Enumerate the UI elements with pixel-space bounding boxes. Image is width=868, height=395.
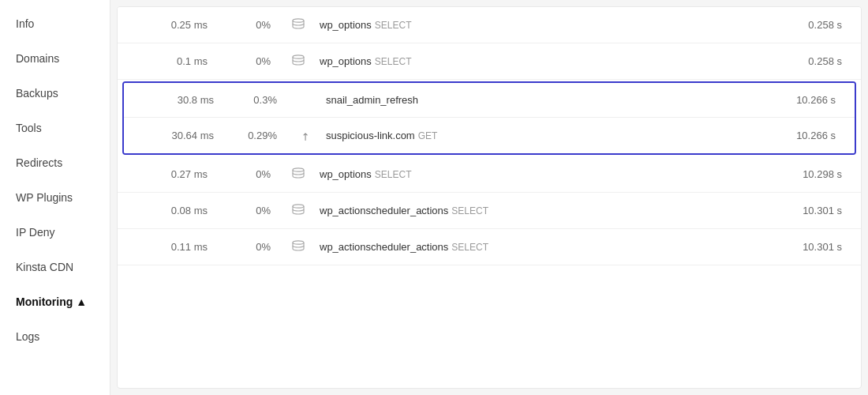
db-icon bbox=[286, 18, 310, 32]
db-icon bbox=[286, 240, 310, 254]
main-content: 0.25 ms0%wp_optionsSELECT0.258 s0.1 ms0%… bbox=[117, 6, 862, 389]
col-duration: 10.266 s bbox=[765, 94, 836, 106]
keyword-label: SELECT bbox=[451, 205, 488, 216]
col-time: 0.25 ms bbox=[137, 19, 208, 31]
keyword-label: SELECT bbox=[375, 56, 412, 67]
svg-point-3 bbox=[293, 205, 304, 208]
col-time: 0.1 ms bbox=[137, 55, 208, 67]
col-duration: 10.301 s bbox=[771, 205, 842, 216]
sidebar-item-kinsta-cdn[interactable]: Kinsta CDN bbox=[0, 250, 110, 284]
col-duration: 10.298 s bbox=[771, 168, 842, 180]
highlighted-group: 30.8 ms0.3%snail_admin_refresh10.266 s30… bbox=[122, 81, 856, 155]
col-name: wp_actionscheduler_actionsSELECT bbox=[320, 241, 771, 253]
sidebar-item-domains[interactable]: Domains bbox=[0, 41, 110, 76]
col-name: snail_admin_refresh bbox=[326, 94, 765, 106]
db-icon bbox=[286, 204, 310, 217]
keyword-label: SELECT bbox=[375, 169, 412, 180]
col-time: 30.64 ms bbox=[143, 130, 214, 141]
col-name: wp_optionsSELECT bbox=[320, 55, 771, 67]
table-row: 0.08 ms0%wp_actionscheduler_actionsSELEC… bbox=[118, 193, 861, 229]
keyword-label: SELECT bbox=[451, 242, 488, 253]
col-time: 0.27 ms bbox=[137, 168, 208, 180]
table-row: 0.25 ms0%wp_optionsSELECT0.258 s bbox=[118, 7, 861, 43]
col-percent: 0% bbox=[223, 241, 271, 253]
col-name: wp_actionscheduler_actionsSELECT bbox=[320, 205, 771, 216]
col-name: suspicious-link.comGET bbox=[326, 130, 765, 141]
table-row: 0.11 ms0%wp_actionscheduler_actionsSELEC… bbox=[118, 229, 861, 265]
svg-point-1 bbox=[293, 55, 304, 58]
col-duration: 0.258 s bbox=[771, 55, 842, 67]
table-row: 30.8 ms0.3%snail_admin_refresh10.266 s bbox=[124, 83, 855, 118]
db-icon bbox=[286, 55, 310, 68]
col-time: 30.8 ms bbox=[143, 94, 214, 106]
sidebar-item-ip-deny[interactable]: IP Deny bbox=[0, 215, 110, 250]
keyword-label: SELECT bbox=[375, 20, 412, 31]
sidebar-item-backups[interactable]: Backups bbox=[0, 76, 110, 111]
table-row: 0.1 ms0%wp_optionsSELECT0.258 s bbox=[118, 43, 861, 80]
svg-point-0 bbox=[293, 19, 304, 22]
col-percent: 0% bbox=[223, 55, 271, 67]
col-percent: 0.29% bbox=[230, 130, 277, 141]
sidebar-item-monitoring[interactable]: Monitoring ▲ bbox=[0, 284, 110, 319]
sidebar-item-logs[interactable]: Logs bbox=[0, 319, 110, 354]
col-time: 0.11 ms bbox=[137, 241, 208, 253]
col-duration: 10.266 s bbox=[765, 130, 836, 141]
sidebar-item-redirects[interactable]: Redirects bbox=[0, 145, 110, 180]
table-row: 30.64 ms0.29%↗suspicious-link.comGET10.2… bbox=[124, 118, 855, 153]
col-name: wp_optionsSELECT bbox=[320, 168, 771, 180]
col-duration: 10.301 s bbox=[771, 241, 842, 253]
sidebar: InfoDomainsBackupsToolsRedirectsWP Plugi… bbox=[0, 0, 110, 395]
col-percent: 0% bbox=[223, 168, 271, 180]
col-percent: 0% bbox=[223, 205, 271, 216]
table-row: 0.27 ms0%wp_optionsSELECT10.298 s bbox=[118, 156, 861, 193]
sidebar-item-wp-plugins[interactable]: WP Plugins bbox=[0, 180, 110, 215]
arrow-icon: ↗ bbox=[293, 129, 316, 142]
keyword-label: GET bbox=[418, 130, 438, 141]
sidebar-item-info[interactable]: Info bbox=[0, 6, 110, 41]
col-percent: 0.3% bbox=[230, 94, 277, 106]
col-time: 0.08 ms bbox=[137, 205, 208, 216]
sidebar-item-tools[interactable]: Tools bbox=[0, 111, 110, 145]
db-icon bbox=[286, 167, 310, 181]
col-percent: 0% bbox=[223, 19, 271, 31]
svg-point-2 bbox=[293, 168, 304, 171]
col-name: wp_optionsSELECT bbox=[320, 19, 771, 31]
svg-point-4 bbox=[293, 241, 304, 244]
col-duration: 0.258 s bbox=[771, 19, 842, 31]
